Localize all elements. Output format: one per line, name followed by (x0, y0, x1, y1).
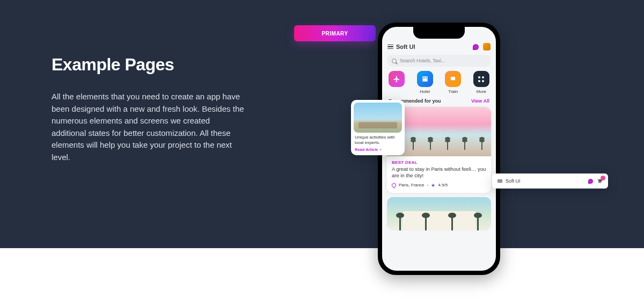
avatar[interactable] (483, 43, 491, 50)
category-label: More (477, 89, 486, 94)
svg-rect-2 (451, 77, 455, 80)
primary-badge: PRIMARY (294, 25, 376, 41)
floating-header-strip: Soft UI (492, 173, 608, 189)
svg-rect-1 (426, 77, 427, 78)
app-header: Soft UI (382, 40, 496, 53)
category-label: Hotel (420, 89, 430, 94)
second-card-image (387, 197, 491, 230)
hero-description: All the elements that you need to create… (52, 91, 245, 163)
primary-badge-label: PRIMARY (321, 31, 348, 37)
train-icon (445, 71, 461, 87)
svg-rect-0 (423, 77, 425, 78)
hero-title: Example Pages (52, 55, 245, 75)
strip-brand: Soft UI (506, 178, 521, 184)
hamburger-icon[interactable] (387, 45, 393, 49)
deal-tag: BEST DEAL (392, 160, 486, 165)
deal-location: Paris, France (399, 183, 425, 187)
hamburger-icon[interactable] (497, 179, 502, 183)
activity-card[interactable]: Unique activities with local experts. Re… (351, 100, 405, 155)
phone-notch (413, 27, 465, 39)
category-flight[interactable]: Flight (389, 71, 405, 94)
view-all-link[interactable]: View All (471, 98, 489, 104)
bell-icon[interactable] (588, 179, 593, 184)
activity-card-image (354, 103, 402, 133)
deal-description: A great to stay in Paris without feeli… … (392, 166, 486, 179)
category-train[interactable]: Train (445, 71, 461, 94)
second-card[interactable] (387, 197, 491, 230)
search-input[interactable]: Search Hotels, Taxi... (387, 55, 491, 67)
pin-icon (391, 182, 397, 188)
activity-card-caption: Unique activities with local experts. (351, 135, 405, 146)
cart-badge (601, 176, 605, 180)
chevron-right-icon: › (380, 147, 382, 152)
flight-icon (389, 71, 405, 87)
hotel-icon (417, 71, 433, 87)
app-brand: Soft UI (396, 44, 415, 50)
category-row: Flight Hotel Train More (382, 71, 496, 98)
category-label: Train (448, 89, 458, 94)
deal-rating: 4.9/5 (438, 183, 448, 187)
hero-text-block: Example Pages All the elements that you … (52, 55, 245, 163)
read-article-label: Read Article (355, 147, 378, 152)
search-icon (392, 59, 397, 63)
deal-meta: Paris, France • ★ 4.9/5 (392, 183, 486, 188)
more-icon (473, 71, 489, 87)
search-placeholder: Search Hotels, Taxi... (400, 58, 445, 63)
category-hotel[interactable]: Hotel (417, 71, 433, 94)
cart-icon[interactable] (596, 178, 603, 184)
read-article-link[interactable]: Read Article › (351, 146, 405, 152)
star-icon: ★ (431, 183, 435, 188)
bell-icon[interactable] (473, 44, 479, 50)
category-more[interactable]: More (473, 71, 489, 94)
